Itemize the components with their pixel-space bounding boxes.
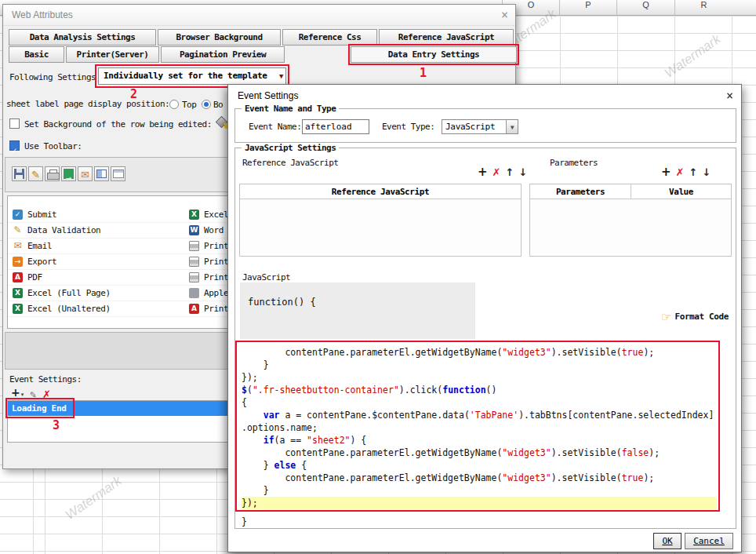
data-validation-icon xyxy=(13,225,23,235)
radio-bottom-label: Bo xyxy=(213,100,223,110)
tab-data-entry-settings[interactable]: Data Entry Settings xyxy=(351,46,517,63)
list-item-data-validation[interactable]: Data Validation xyxy=(8,223,186,239)
list-item-email[interactable]: Email xyxy=(8,239,186,254)
list-item-pdf[interactable]: PDF xyxy=(8,270,186,286)
pdf-print-icon xyxy=(189,304,199,314)
move-down-icon[interactable] xyxy=(702,166,711,178)
following-settings-dropdown[interactable]: Individually set for the template xyxy=(98,67,286,85)
ok-button[interactable]: OK xyxy=(653,533,681,549)
code-line: contentPane.parameterEl.getWidgetByName(… xyxy=(242,446,717,459)
javascript-code-editor[interactable]: contentPane.parameterEl.getWidgetByName(… xyxy=(235,341,720,512)
tab-row-2: Basic Printer(Server) Pagination Preview… xyxy=(9,46,517,63)
chevron-down-icon xyxy=(506,120,518,133)
apple-icon xyxy=(189,288,199,298)
list-item-excel-full-page[interactable]: Excel (Full Page) xyxy=(8,286,186,301)
code-line: contentPane.parameterEl.getWidgetByName(… xyxy=(242,346,717,359)
delete-icon[interactable] xyxy=(676,166,685,178)
list-item-label: Data Validation xyxy=(27,225,100,235)
print-icon xyxy=(189,241,199,251)
list-item-label: Excel (Unaltered) xyxy=(27,304,111,314)
export-icon[interactable] xyxy=(61,166,76,181)
event-type-select[interactable]: JavaScript xyxy=(442,119,518,134)
list-item-label: PDF xyxy=(27,272,42,282)
radio-bottom[interactable] xyxy=(202,100,211,109)
merge-icon[interactable] xyxy=(94,166,109,181)
excel-icon xyxy=(13,288,23,298)
set-background-label: Set Background of the row being edited: xyxy=(24,119,212,129)
list-item-label: Print xyxy=(204,257,228,267)
code-line: } xyxy=(242,359,717,371)
print-icon[interactable] xyxy=(45,166,60,181)
toolbar-preview-row xyxy=(12,166,125,181)
list-item-label: Print xyxy=(204,241,228,251)
email-icon xyxy=(13,241,23,251)
window-icon[interactable] xyxy=(111,166,125,181)
event-name-type-legend: Event Name and Type xyxy=(242,104,339,114)
code-line: $(".fr-sheetbutton-container").click(fun… xyxy=(242,384,717,396)
export-icon xyxy=(13,257,23,267)
reference-js-table[interactable]: Reference JavaScript xyxy=(239,184,522,257)
radio-top-label: Top xyxy=(182,100,196,110)
annotation-step-1: 1 xyxy=(420,66,427,80)
set-background-checkbox[interactable] xyxy=(9,118,20,129)
chevron-down-icon xyxy=(279,68,283,84)
column-header-p[interactable]: P xyxy=(559,0,616,15)
use-toolbar-label: Use Toolbar: xyxy=(24,141,82,151)
save-icon[interactable] xyxy=(12,166,27,181)
close-icon[interactable]: × xyxy=(501,8,508,22)
tab-reference-javascript[interactable]: Reference JavaScript xyxy=(379,29,514,46)
parameters-table[interactable]: Parameters Value xyxy=(529,184,732,257)
tab-data-analysis-settings[interactable]: Data Analysis Settings xyxy=(9,29,156,46)
email-icon[interactable] xyxy=(78,166,93,181)
column-header-r[interactable]: R xyxy=(674,0,732,15)
add-icon[interactable] xyxy=(661,166,671,178)
delete-icon[interactable] xyxy=(492,166,501,178)
pdf-icon xyxy=(13,272,23,282)
tab-browser-background[interactable]: Browser Background xyxy=(158,29,281,46)
javascript-settings-legend: JavaScript Settings xyxy=(242,143,339,153)
function-signature: function() { xyxy=(248,297,316,308)
list-item-label: Word xyxy=(204,225,224,235)
list-item-excel-unaltered[interactable]: Excel (Unaltered) xyxy=(8,301,186,317)
code-line: }); xyxy=(242,497,717,509)
list-item-submit[interactable]: Submit xyxy=(8,207,186,223)
column-header-q[interactable]: Q xyxy=(616,0,674,15)
code-closing-brace: } xyxy=(242,516,247,528)
annotation-step-3: 3 xyxy=(53,418,60,432)
move-up-icon[interactable] xyxy=(689,166,697,178)
list-item-label: Print xyxy=(204,304,228,314)
list-item-label: Email xyxy=(27,241,52,251)
move-up-icon[interactable] xyxy=(505,166,514,178)
tab-basic[interactable]: Basic xyxy=(9,46,64,63)
function-header-panel[interactable]: function() { xyxy=(240,282,475,339)
code-line: } else { xyxy=(242,459,717,472)
format-code-button[interactable]: Format Code xyxy=(661,309,729,324)
code-line: { xyxy=(242,396,717,409)
code-line: }); xyxy=(242,371,717,384)
tab-printer-server[interactable]: Printer(Server) xyxy=(66,46,159,63)
reference-javascript-label: Reference JavaScript xyxy=(242,158,338,168)
close-icon[interactable]: × xyxy=(726,89,733,103)
event-name-input[interactable] xyxy=(302,119,369,134)
radio-top[interactable] xyxy=(169,100,179,109)
excel-icon xyxy=(13,304,23,314)
code-line: if(a == "sheet2") { xyxy=(242,434,717,446)
add-icon[interactable] xyxy=(478,166,488,178)
word-icon xyxy=(189,225,199,235)
cancel-button[interactable]: Cancel xyxy=(685,533,733,549)
print-icon xyxy=(189,272,199,282)
list-item-label: Excel xyxy=(204,210,228,220)
event-settings-title: Event Settings xyxy=(238,90,298,101)
pencil-icon[interactable] xyxy=(28,166,43,181)
code-line: .options.name; xyxy=(242,421,717,434)
use-toolbar-checkbox[interactable] xyxy=(9,140,20,151)
move-down-icon[interactable] xyxy=(518,166,527,178)
list-item-export[interactable]: Export xyxy=(8,254,186,270)
parameters-label: Parameters xyxy=(550,158,598,168)
list-item-label: Submit xyxy=(27,210,56,220)
reference-js-toolbar xyxy=(478,166,527,178)
excel-icon xyxy=(189,210,199,220)
annotation-box-3 xyxy=(5,398,75,418)
tab-reference-css[interactable]: Reference Css xyxy=(282,29,377,46)
tab-pagination-preview[interactable]: Pagination Preview xyxy=(161,46,285,63)
